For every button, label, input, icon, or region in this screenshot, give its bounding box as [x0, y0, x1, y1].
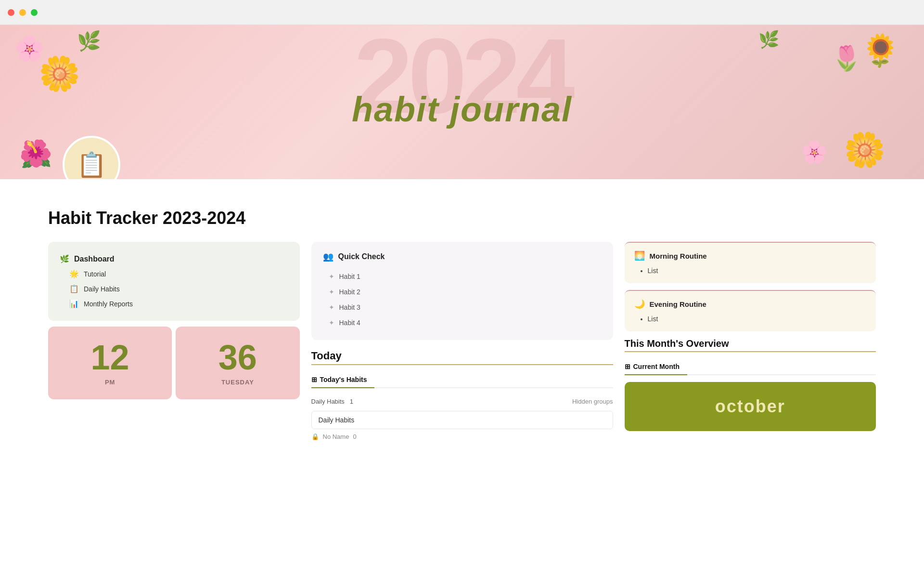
today-tab-row: ⊞ Today's Habits — [311, 372, 613, 388]
flower-decoration-8: 🌼 — [844, 130, 886, 170]
flower-decoration-10: 🌿 — [758, 30, 780, 50]
main-grid: 🌿 Dashboard 🌟 Tutorial 📋 Daily Habits 📊 … — [48, 242, 876, 440]
clock-row: 12 PM 36 TUESDAY — [48, 327, 300, 399]
overview-tab-label: Current Month — [633, 363, 680, 370]
today-title: Today — [311, 350, 613, 362]
morning-routine-list: List — [634, 266, 867, 276]
flower-decoration-6: 🌻 — [861, 32, 900, 69]
tab-todays-habits[interactable]: ⊞ Today's Habits — [311, 372, 375, 388]
habit-label-3: Habit 3 — [339, 303, 360, 311]
nav-daily-habits-label: Daily Habits — [84, 285, 120, 293]
october-card[interactable]: october — [625, 382, 876, 431]
monthly-reports-icon: 📊 — [69, 299, 79, 308]
habit-label-4: Habit 4 — [339, 319, 360, 327]
nav-tutorial[interactable]: 🌟 Tutorial — [60, 266, 288, 281]
quick-check-card: 👥 Quick Check ✦ Habit 1 ✦ Habit 2 ✦ Habi… — [311, 242, 613, 340]
quick-check-header: 👥 Quick Check — [323, 251, 602, 262]
habit-cross-icon-2: ✦ — [329, 288, 334, 296]
clock-minute-card: 36 TUESDAY — [176, 327, 299, 399]
table-header: Daily Habits 1 Hidden groups — [311, 395, 613, 408]
overview-tab-row: ⊞ Current Month — [625, 359, 876, 375]
evening-routine-icon: 🌙 — [634, 299, 645, 309]
evening-routine-list: List — [634, 314, 867, 324]
clock-hour-card: 12 PM — [48, 327, 172, 399]
habit-label-1: Habit 1 — [339, 273, 360, 280]
no-name-count: 0 — [353, 433, 356, 440]
daily-habits-icon: 📋 — [69, 284, 79, 293]
quick-check-title: Quick Check — [338, 252, 385, 261]
habit-cross-icon-1: ✦ — [329, 273, 334, 280]
habit-cross-icon-3: ✦ — [329, 303, 334, 311]
flower-decoration-3: 🌿 — [77, 30, 101, 53]
data-row-label: Daily Habits — [319, 416, 355, 424]
habit-item-2[interactable]: ✦ Habit 2 — [323, 284, 602, 300]
morning-routine-item-1: List — [648, 266, 867, 276]
nav-monthly-reports-label: Monthly Reports — [84, 300, 133, 308]
overview-tab-icon: ⊞ — [625, 363, 630, 370]
flower-decoration-9: 🌸 — [801, 139, 828, 165]
nav-card: 🌿 Dashboard 🌟 Tutorial 📋 Daily Habits 📊 … — [48, 242, 300, 321]
habit-label-2: Habit 2 — [339, 288, 360, 296]
left-column: 🌿 Dashboard 🌟 Tutorial 📋 Daily Habits 📊 … — [48, 242, 300, 399]
tab-label: Today's Habits — [320, 376, 367, 383]
no-name-label: No Name — [323, 433, 349, 440]
overview-section: This Month's Overview ⊞ Current Month oc… — [625, 338, 876, 431]
main-content: Habit Tracker 2023-2024 🌿 Dashboard 🌟 Tu… — [0, 179, 924, 460]
table-header-left: Daily Habits 1 — [311, 398, 353, 405]
page-title: Habit Tracker 2023-2024 — [48, 208, 876, 228]
table-header-right: Hidden groups — [572, 398, 613, 405]
today-section: Today ⊞ Today's Habits Daily Habits 1 Hi… — [311, 350, 613, 440]
clock-minute-label: TUESDAY — [221, 379, 254, 386]
no-name-row: 🔒 No Name 0 — [311, 433, 613, 440]
maximize-button[interactable] — [31, 9, 38, 16]
flower-decoration-4: 🌺 — [19, 138, 52, 170]
banner-title: HaBiT jouRnaL — [352, 90, 572, 129]
evening-routine-title: Evening Routine — [650, 300, 706, 308]
clock-hour-label: PM — [105, 379, 116, 386]
nav-dashboard-label: Dashboard — [74, 255, 115, 263]
morning-routine-title: Morning Routine — [650, 252, 707, 260]
clock-hour: 12 — [91, 340, 129, 375]
nav-daily-habits[interactable]: 📋 Daily Habits — [60, 281, 288, 296]
overview-title: This Month's Overview — [625, 338, 876, 349]
flower-decoration-2: 🌼 — [38, 54, 80, 93]
close-button[interactable] — [8, 9, 14, 16]
flower-decoration-7: 🌷 — [832, 44, 861, 72]
nav-monthly-reports[interactable]: 📊 Monthly Reports — [60, 296, 288, 311]
browser-chrome — [0, 0, 924, 25]
minimize-button[interactable] — [19, 9, 26, 16]
habit-cross-icon-4: ✦ — [329, 319, 334, 327]
table-data-row: Daily Habits — [311, 411, 613, 429]
dashboard-icon: 🌿 — [60, 254, 69, 263]
avatar: 📋 — [63, 136, 120, 179]
habit-item-4[interactable]: ✦ Habit 4 — [323, 315, 602, 330]
today-divider — [311, 364, 613, 365]
overview-divider — [625, 351, 876, 352]
quick-check-icon: 👥 — [323, 251, 334, 262]
banner: 2024 🌸 🌼 🌿 🌺 🍃 🌻 🌷 🌼 🌸 🌿 HaBiT jouRnaL 📋 — [0, 25, 924, 179]
habit-item-3[interactable]: ✦ Habit 3 — [323, 300, 602, 315]
nav-dashboard[interactable]: 🌿 Dashboard — [60, 251, 288, 266]
lock-icon: 🔒 — [311, 433, 319, 440]
clock-minute: 36 — [218, 340, 257, 375]
october-text: october — [715, 396, 785, 417]
tutorial-icon: 🌟 — [69, 269, 79, 278]
evening-routine-item-1: List — [648, 314, 867, 324]
habit-item-1[interactable]: ✦ Habit 1 — [323, 269, 602, 284]
evening-routine-header: 🌙 Evening Routine — [634, 299, 867, 309]
tab-icon: ⊞ — [311, 376, 317, 383]
morning-routine-header: 🌅 Morning Routine — [634, 250, 867, 261]
nav-tutorial-label: Tutorial — [84, 270, 106, 278]
morning-routine-icon: 🌅 — [634, 250, 645, 261]
middle-column: 👥 Quick Check ✦ Habit 1 ✦ Habit 2 ✦ Habi… — [311, 242, 613, 440]
morning-routine-card: 🌅 Morning Routine List — [625, 242, 876, 283]
evening-routine-card: 🌙 Evening Routine List — [625, 290, 876, 331]
tab-current-month[interactable]: ⊞ Current Month — [625, 359, 687, 375]
right-column: 🌅 Morning Routine List 🌙 Evening Routine… — [625, 242, 876, 431]
